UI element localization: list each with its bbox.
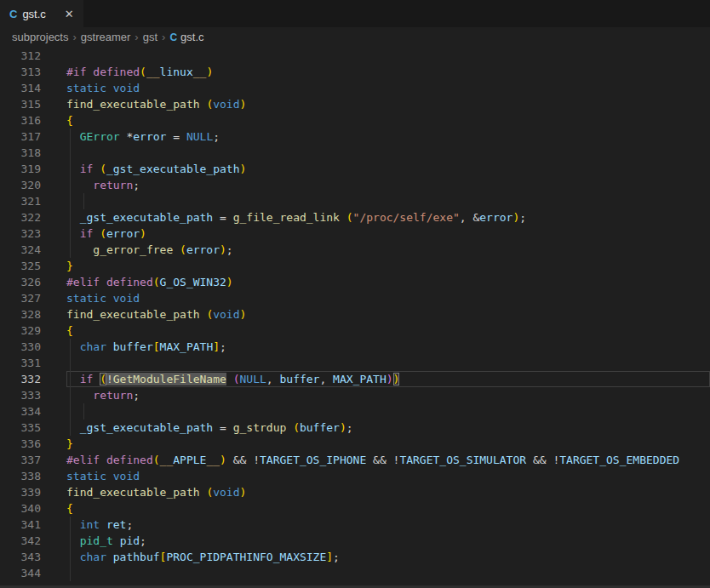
- code-line-content[interactable]: static void: [66, 80, 710, 96]
- code-line-content[interactable]: g_error_free (error);: [66, 242, 710, 258]
- code-line-content[interactable]: }: [66, 436, 710, 452]
- code-line-content[interactable]: }: [66, 258, 710, 274]
- code-line-content[interactable]: [66, 193, 710, 209]
- code-line-content[interactable]: pid_t pid;: [66, 533, 710, 549]
- code-line-321[interactable]: 321: [0, 193, 710, 209]
- code-line-content[interactable]: [66, 145, 710, 161]
- code-line-323[interactable]: 323 if (error): [0, 225, 710, 242]
- code-line-content[interactable]: {: [66, 323, 710, 339]
- code-line-318[interactable]: 318: [0, 145, 710, 161]
- code-line-336[interactable]: 336}: [0, 436, 710, 452]
- code-line-content[interactable]: static void: [66, 290, 710, 306]
- breadcrumb-item-gstreamer[interactable]: gstreamer: [81, 31, 131, 43]
- line-number[interactable]: 340: [0, 500, 41, 517]
- line-number[interactable]: 316: [0, 112, 41, 128]
- code-line-content[interactable]: #elif defined(__APPLE__) && !TARGET_OS_I…: [66, 452, 710, 468]
- code-line-322[interactable]: 322 _gst_executable_path = g_file_read_l…: [0, 209, 710, 225]
- code-line-content[interactable]: return;: [66, 177, 710, 193]
- line-number[interactable]: 312: [0, 48, 41, 64]
- code-line-313[interactable]: 313#if defined(__linux__): [0, 64, 710, 80]
- code-line-332[interactable]: 332 if (!GetModuleFileName (NULL, buffer…: [0, 371, 710, 387]
- code-line-content[interactable]: [66, 565, 710, 581]
- breadcrumb-item-subprojects[interactable]: subprojects: [12, 31, 68, 43]
- line-number[interactable]: 320: [0, 177, 41, 193]
- code-line-333[interactable]: 333 return;: [0, 387, 710, 403]
- code-line-content[interactable]: find_executable_path (void): [66, 484, 710, 500]
- close-icon[interactable]: ✕: [65, 8, 74, 20]
- line-number[interactable]: 336: [0, 436, 41, 452]
- line-number[interactable]: 328: [0, 306, 41, 323]
- code-line-content[interactable]: char buffer[MAX_PATH];: [66, 339, 710, 355]
- code-line-324[interactable]: 324 g_error_free (error);: [0, 242, 710, 258]
- code-line-content[interactable]: if (error): [66, 225, 710, 242]
- line-number[interactable]: 317: [0, 128, 41, 145]
- code-line-content[interactable]: #elif defined(G_OS_WIN32): [66, 274, 710, 290]
- line-number[interactable]: 331: [0, 355, 41, 371]
- line-number[interactable]: 343: [0, 549, 41, 565]
- line-number[interactable]: 315: [0, 96, 41, 112]
- line-number[interactable]: 325: [0, 258, 41, 274]
- code-line-content[interactable]: if (!GetModuleFileName (NULL, buffer, MA…: [66, 371, 710, 387]
- code-line-337[interactable]: 337#elif defined(__APPLE__) && !TARGET_O…: [0, 452, 710, 468]
- line-number[interactable]: 344: [0, 565, 41, 581]
- line-number[interactable]: 332: [0, 371, 41, 387]
- code-line-315[interactable]: 315find_executable_path (void): [0, 96, 710, 112]
- code-line-content[interactable]: _gst_executable_path = g_file_read_link …: [66, 209, 710, 225]
- code-line-330[interactable]: 330 char buffer[MAX_PATH];: [0, 339, 710, 355]
- code-line-320[interactable]: 320 return;: [0, 177, 710, 193]
- code-line-content[interactable]: return;: [66, 387, 710, 403]
- line-number[interactable]: 334: [0, 403, 41, 420]
- code-line-312[interactable]: 312: [0, 48, 710, 64]
- line-number[interactable]: 324: [0, 242, 41, 258]
- code-line-319[interactable]: 319 if (_gst_executable_path): [0, 161, 710, 177]
- code-line-335[interactable]: 335 _gst_executable_path = g_strdup (buf…: [0, 420, 710, 436]
- code-line-338[interactable]: 338static void: [0, 468, 710, 484]
- code-line-316[interactable]: 316{: [0, 112, 710, 128]
- code-line-328[interactable]: 328find_executable_path (void): [0, 306, 710, 323]
- code-line-content[interactable]: static void: [66, 468, 710, 484]
- code-line-314[interactable]: 314static void: [0, 80, 710, 96]
- line-number[interactable]: 327: [0, 290, 41, 306]
- code-line-341[interactable]: 341 int ret;: [0, 517, 710, 533]
- code-line-331[interactable]: 331: [0, 355, 710, 371]
- code-line-content[interactable]: if (_gst_executable_path): [66, 161, 710, 177]
- line-number[interactable]: 341: [0, 517, 41, 533]
- code-line-325[interactable]: 325}: [0, 258, 710, 274]
- code-line-342[interactable]: 342 pid_t pid;: [0, 533, 710, 549]
- code-line-content[interactable]: find_executable_path (void): [66, 96, 710, 112]
- line-number[interactable]: 318: [0, 145, 41, 161]
- code-line-340[interactable]: 340{: [0, 500, 710, 517]
- line-number[interactable]: 338: [0, 468, 41, 484]
- code-line-326[interactable]: 326#elif defined(G_OS_WIN32): [0, 274, 710, 290]
- line-number[interactable]: 329: [0, 323, 41, 339]
- line-number[interactable]: 335: [0, 420, 41, 436]
- breadcrumb-item-gst[interactable]: gst: [143, 31, 157, 43]
- tab-gst-c[interactable]: C gst.c ✕: [0, 0, 83, 27]
- code-line-content[interactable]: {: [66, 500, 710, 517]
- line-number[interactable]: 342: [0, 533, 41, 549]
- code-editor[interactable]: 312313#if defined(__linux__)314static vo…: [0, 47, 710, 581]
- line-number[interactable]: 321: [0, 193, 41, 209]
- line-number[interactable]: 326: [0, 274, 41, 290]
- line-number[interactable]: 339: [0, 484, 41, 500]
- code-line-317[interactable]: 317 GError *error = NULL;: [0, 128, 710, 145]
- line-number[interactable]: 314: [0, 80, 41, 96]
- line-number[interactable]: 313: [0, 64, 41, 80]
- code-line-339[interactable]: 339find_executable_path (void): [0, 484, 710, 500]
- code-line-content[interactable]: GError *error = NULL;: [66, 128, 710, 145]
- code-line-343[interactable]: 343 char pathbuf[PROC_PIDPATHINFO_MAXSIZ…: [0, 549, 710, 565]
- code-line-content[interactable]: char pathbuf[PROC_PIDPATHINFO_MAXSIZE];: [66, 549, 710, 565]
- code-line-334[interactable]: 334: [0, 403, 710, 420]
- line-number[interactable]: 319: [0, 161, 41, 177]
- code-line-content[interactable]: find_executable_path (void): [66, 306, 710, 323]
- line-number[interactable]: 333: [0, 387, 41, 403]
- code-line-329[interactable]: 329{: [0, 323, 710, 339]
- code-line-content[interactable]: [66, 48, 710, 64]
- code-line-content[interactable]: {: [66, 112, 710, 128]
- line-number[interactable]: 323: [0, 225, 41, 242]
- line-number[interactable]: 322: [0, 209, 41, 225]
- code-line-content[interactable]: #if defined(__linux__): [66, 64, 710, 80]
- code-line-344[interactable]: 344: [0, 565, 710, 581]
- code-line-content[interactable]: [66, 403, 710, 420]
- code-line-327[interactable]: 327static void: [0, 290, 710, 306]
